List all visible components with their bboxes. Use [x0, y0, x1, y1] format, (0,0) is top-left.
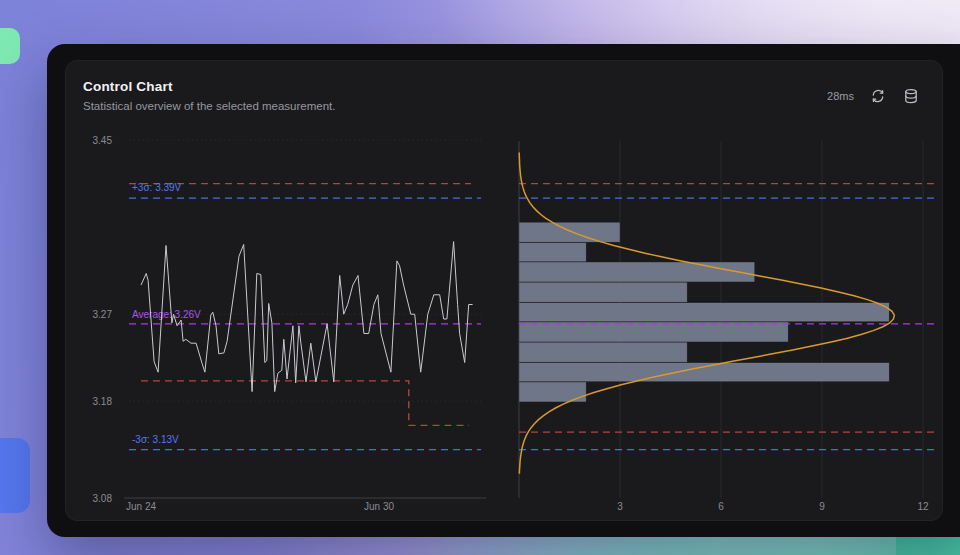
blue-blob: [0, 438, 30, 513]
green-blob: [0, 28, 20, 64]
charts-canvas: 3.453.273.183.08Jun 24Jun 30+3σ: 3.39VAv…: [66, 61, 944, 522]
x-tick-label: 9: [819, 501, 825, 512]
x-tick-label: 3: [617, 501, 623, 512]
plus3sigma-label: +3σ: 3.39V: [132, 182, 182, 193]
x-tick-label: Jun 30: [364, 501, 394, 512]
histogram-bar: [520, 223, 620, 242]
x-tick-label: 12: [917, 501, 929, 512]
desktop-background: Control Chart Statistical overview of th…: [0, 0, 960, 555]
histogram-bar: [520, 283, 687, 302]
histogram-bar: [520, 322, 788, 341]
x-tick-label: Jun 24: [126, 501, 156, 512]
x-tick-label: 6: [718, 501, 724, 512]
y-tick-label: 3.45: [93, 135, 113, 146]
histogram-bar: [520, 343, 687, 362]
y-tick-label: 3.08: [93, 493, 113, 504]
minus3sigma-label: -3σ: 3.13V: [132, 434, 179, 445]
histogram-bar: [520, 303, 889, 321]
histogram-bar: [520, 262, 755, 281]
histogram-bar: [520, 243, 586, 261]
y-tick-label: 3.27: [93, 309, 113, 320]
histogram-bar: [520, 363, 889, 381]
control-chart-card: Control Chart Statistical overview of th…: [65, 60, 943, 521]
y-tick-label: 3.18: [93, 396, 113, 407]
control-chart-window: Control Chart Statistical overview of th…: [47, 44, 960, 537]
average-label: Average: 3.26V: [132, 309, 201, 320]
